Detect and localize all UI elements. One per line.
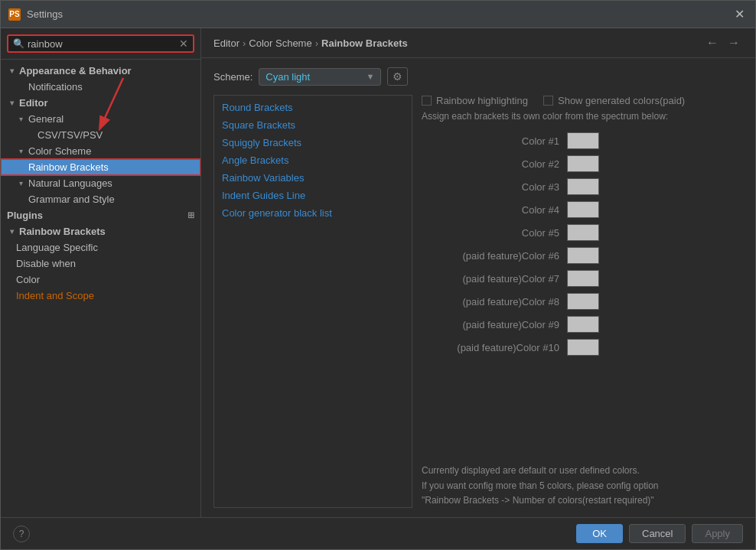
content-area: Round Brackets Square Brackets Squiggly … xyxy=(213,95,743,508)
info-text: Currently displayed are default or user … xyxy=(422,464,743,508)
brackets-list: Round Brackets Square Brackets Squiggly … xyxy=(213,95,412,508)
sidebar-item-label: Language Specific xyxy=(16,242,98,253)
scheme-dropdown-text: Cyan light xyxy=(266,71,363,83)
right-panel: Editor › Color Scheme › Rainbow Brackets… xyxy=(201,28,755,517)
breadcrumb-part-0: Editor xyxy=(213,37,240,49)
checkbox-icon xyxy=(422,96,432,106)
sidebar-item-label: Rainbow Brackets xyxy=(19,226,106,237)
ok-button[interactable]: OK xyxy=(576,524,623,543)
rainbow-highlighting-checkbox[interactable]: Rainbow highlighting xyxy=(422,95,528,106)
help-button[interactable]: ? xyxy=(13,526,30,542)
color-description: Assign each brackets its own color from … xyxy=(422,111,743,122)
bottom-right: OK Cancel Apply xyxy=(576,524,743,543)
search-clear-icon[interactable]: ✕ xyxy=(179,37,188,50)
breadcrumb-sep-2: › xyxy=(315,37,318,49)
scheme-label: Scheme: xyxy=(213,71,253,83)
panel-body: Scheme: Cyan light ▼ ⚙ Round Brackets Sq… xyxy=(201,58,755,517)
color-row-9: (paid feature)Color #9 xyxy=(422,313,743,336)
sidebar-item-color[interactable]: Color xyxy=(1,272,200,288)
info-line-3: "Rainbow Brackets -> Number of colors(re… xyxy=(422,493,743,508)
sidebar-item-csvtsvpsv[interactable]: CSV/TSV/PSV xyxy=(1,127,200,143)
color-row-1: Color #1 xyxy=(422,129,743,152)
color-swatch-9[interactable] xyxy=(567,316,599,333)
nav-forward-button[interactable]: → xyxy=(725,34,743,51)
title-bar: PS Settings ✕ xyxy=(1,1,755,28)
list-item-indent[interactable]: Indent Guides Line xyxy=(214,187,412,204)
list-item-squiggly[interactable]: Squiggly Brackets xyxy=(214,134,412,151)
chevron-down-icon: ▼ xyxy=(366,72,374,81)
sidebar-item-label: Notifications xyxy=(28,81,83,93)
plugins-grid-icon: ⊞ xyxy=(187,210,194,220)
color-panel: Rainbow highlighting Show generated colo… xyxy=(422,95,743,508)
sidebar-item-plugins[interactable]: Plugins ⊞ xyxy=(1,207,200,223)
sidebar-item-label: Appearance & Behavior xyxy=(19,65,132,76)
sidebar-item-editor[interactable]: ▾ Editor xyxy=(1,95,200,111)
color-swatch-7[interactable] xyxy=(567,270,599,287)
breadcrumb-nav: ← → xyxy=(703,34,743,51)
close-button[interactable]: ✕ xyxy=(732,5,748,23)
settings-dialog: PS Settings ✕ 🔍 ✕ xyxy=(0,0,756,550)
color-swatch-1[interactable] xyxy=(567,132,599,149)
color-label-10: (paid feature)Color #10 xyxy=(422,342,559,353)
list-item-blacklist[interactable]: Color generator black list xyxy=(214,204,412,222)
cancel-button[interactable]: Cancel xyxy=(629,524,686,543)
sidebar-item-general[interactable]: ▾ General xyxy=(1,111,200,127)
sidebar-item-grammarstyle[interactable]: Grammar and Style xyxy=(1,191,200,207)
sidebar-item-rainbow-section[interactable]: ▾ Rainbow Brackets xyxy=(1,223,200,239)
list-item-square[interactable]: Square Brackets xyxy=(214,116,412,134)
color-swatch-8[interactable] xyxy=(567,293,599,310)
scheme-gear-button[interactable]: ⚙ xyxy=(387,67,408,86)
color-label-8: (paid feature)Color #8 xyxy=(422,296,559,308)
color-row-8: (paid feature)Color #8 xyxy=(422,290,743,313)
list-item-round[interactable]: Round Brackets xyxy=(214,99,412,116)
color-row-2: Color #2 xyxy=(422,152,743,175)
sidebar-item-label: Editor xyxy=(19,97,48,109)
apply-button[interactable]: Apply xyxy=(692,524,743,543)
sidebar-item-appearance[interactable]: ▾ Appearance & Behavior xyxy=(1,63,200,79)
info-line-2: If you want config more than 5 colors, p… xyxy=(422,479,743,493)
list-item-variables[interactable]: Rainbow Variables xyxy=(214,169,412,187)
search-input-wrapper: 🔍 ✕ xyxy=(7,34,194,53)
expand-icon: ▾ xyxy=(16,179,25,188)
list-item-angle[interactable]: Angle Brackets xyxy=(214,151,412,169)
color-row-4: Color #4 xyxy=(422,198,743,221)
breadcrumb-sep-1: › xyxy=(243,37,246,49)
sidebar-item-label: General xyxy=(28,113,64,125)
color-swatch-3[interactable] xyxy=(567,178,599,195)
nav-back-button[interactable]: ← xyxy=(703,34,722,51)
show-generated-label: Show generated colors(paid) xyxy=(558,95,685,106)
color-label-2: Color #2 xyxy=(422,158,559,170)
title-bar-left: PS Settings xyxy=(8,8,63,21)
search-input[interactable] xyxy=(28,38,176,50)
colors-scroll: Color #1 Color #2 Color #3 xyxy=(422,129,743,456)
sidebar-item-label: Indent and Scope xyxy=(16,290,94,301)
color-options-row: Rainbow highlighting Show generated colo… xyxy=(422,95,743,106)
color-label-6: (paid feature)Color #6 xyxy=(422,250,559,262)
color-swatch-6[interactable] xyxy=(567,247,599,264)
sidebar-item-rainbowbrackets[interactable]: Rainbow Brackets xyxy=(1,159,200,175)
color-label-3: Color #3 xyxy=(422,181,559,193)
color-swatch-4[interactable] xyxy=(567,201,599,218)
bottom-left: ? xyxy=(13,526,30,542)
color-row-6: (paid feature)Color #6 xyxy=(422,244,743,267)
sidebar-item-colorscheme[interactable]: ▾ Color Scheme xyxy=(1,143,200,159)
sidebar-item-label: Plugins xyxy=(7,210,43,221)
app-icon: PS xyxy=(8,8,21,21)
search-icon: 🔍 xyxy=(13,38,24,49)
sidebar-item-label: Rainbow Brackets xyxy=(28,161,109,173)
sidebar-item-disablewhen[interactable]: Disable when xyxy=(1,255,200,272)
color-label-1: Color #1 xyxy=(422,135,559,147)
sidebar-item-indentscope[interactable]: Indent and Scope xyxy=(1,288,200,304)
color-swatch-10[interactable] xyxy=(567,339,599,356)
sidebar-item-label: Color xyxy=(16,274,40,285)
scheme-dropdown[interactable]: Cyan light ▼ xyxy=(259,68,381,86)
rainbow-highlighting-label: Rainbow highlighting xyxy=(436,95,528,106)
show-generated-checkbox[interactable]: Show generated colors(paid) xyxy=(543,95,685,106)
color-row-3: Color #3 xyxy=(422,175,743,198)
color-swatch-5[interactable] xyxy=(567,224,599,241)
color-swatch-2[interactable] xyxy=(567,155,599,172)
sidebar-item-naturallanguages[interactable]: ▾ Natural Languages xyxy=(1,175,200,191)
sidebar-item-notifications[interactable]: Notifications xyxy=(1,79,200,95)
sidebar-item-languagespecific[interactable]: Language Specific xyxy=(1,239,200,255)
bottom-bar: ? OK Cancel Apply xyxy=(1,517,755,549)
